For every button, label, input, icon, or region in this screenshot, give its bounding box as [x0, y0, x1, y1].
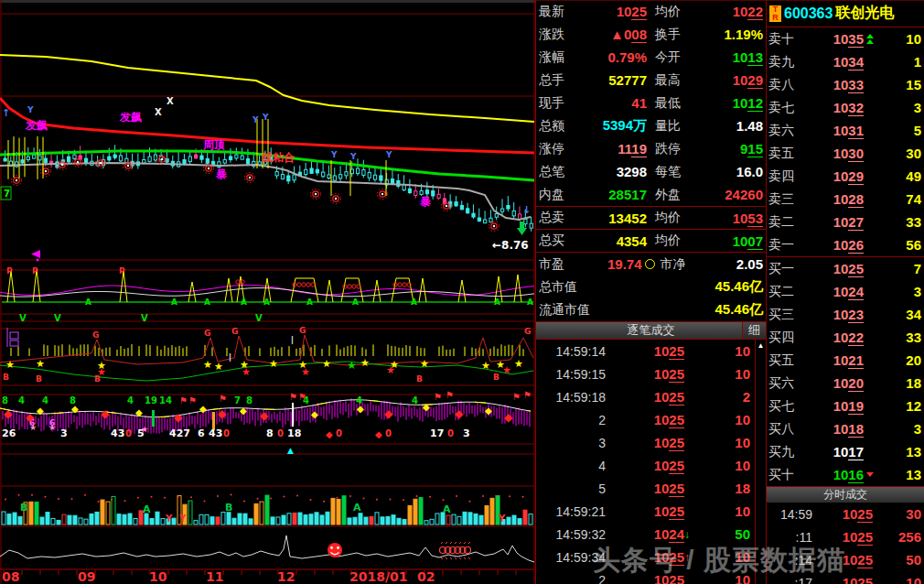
ask-row-3[interactable]: 卖三 1028 74 [767, 188, 924, 211]
trade-time: :14 [768, 553, 812, 568]
bid-row-3[interactable]: 买三 1023 34 [767, 303, 924, 326]
ask-volume: 1 [876, 54, 922, 70]
kline-chart-canvas[interactable]: 发飙发飙XX周顶暴线粘合暴←8.767↑YYYYYY↓PPPAAAAAAAAAA… [0, 0, 535, 584]
field-label: 量比 [655, 118, 697, 135]
svg-text:⚑: ⚑ [289, 392, 297, 402]
ask-row-4[interactable]: 卖四 1029 49 [767, 165, 924, 188]
total-market-cap: 45.46亿 [577, 278, 763, 296]
ask-row-2[interactable]: 卖二 1027 33 [767, 211, 924, 233]
tick-list-scrollbar[interactable]: ▲ [755, 340, 766, 584]
ask-row-1[interactable]: 卖一 1026 56 [767, 233, 924, 256]
svg-text:★: ★ [29, 423, 37, 432]
ask-volume: 33 [876, 214, 922, 230]
svg-text:★: ★ [141, 425, 148, 434]
ask-row-8[interactable]: 卖八 1033 15 [767, 73, 924, 96]
quote-right-column: TR 600363 联创光电 卖十 1035 10 卖九 1034 1 卖八 1… [766, 0, 924, 584]
stock-header: TR 600363 联创光电 [767, 0, 924, 27]
svg-text:Y: Y [178, 514, 187, 524]
ask-price: 1028 [807, 191, 864, 207]
ask-row-10[interactable]: 卖十 1035 10 [767, 27, 924, 50]
bid-row-10[interactable]: 买十 1016 13 [767, 463, 924, 486]
inner-volume: 28517 [581, 187, 647, 202]
high-price: 1029 [697, 72, 763, 88]
svg-text:◆: ◆ [455, 407, 464, 420]
bid-row-8[interactable]: 买八 1018 3 [767, 417, 924, 440]
ask-row-7[interactable]: 卖七 1032 3 [767, 96, 924, 119]
field-label: 涨幅 [539, 49, 581, 66]
svg-text:4: 4 [127, 395, 134, 406]
bid-row-4[interactable]: 买四 1022 33 [767, 326, 924, 349]
field-label: 流通市值 [539, 302, 590, 319]
svg-text:▲: ▲ [287, 446, 294, 455]
svg-text:B: B [20, 502, 27, 514]
bid-row-7[interactable]: 买七 1019 12 [767, 395, 924, 417]
tick-volume: 10 [695, 572, 764, 584]
bid-row-6[interactable]: 买六 1020 18 [767, 372, 924, 395]
tick-price: 1025 [606, 343, 684, 359]
tick-volume: 10 [695, 343, 764, 359]
svg-text:G: G [231, 327, 238, 336]
latest-price: 1025 [581, 4, 647, 19]
tick-row: 14:59:18 1025 2 [536, 385, 766, 408]
tr-margin-icon: TR [769, 5, 781, 22]
svg-text:◆: ◆ [4, 407, 13, 420]
svg-text:◆: ◆ [135, 407, 143, 417]
bid-row-9[interactable]: 买九 1017 13 [767, 440, 924, 463]
bid-row-1[interactable]: 买一 1025 7 [767, 257, 924, 280]
tick-price: 1025 [606, 366, 684, 382]
field-label: 外盘 [655, 187, 697, 203]
quote-row-pct: 涨幅 0.79% 今开 1013 [536, 46, 766, 69]
ask-row-9[interactable]: 卖九 1034 1 [767, 50, 924, 73]
double-up-triangle-icon [864, 34, 876, 44]
limit-down: 915 [697, 141, 763, 157]
quote-panel: 最新 1025 均价 1022 涨跌 ▲008 换手 1.19% 涨幅 0.79… [535, 0, 924, 584]
field-label: 均价 [655, 233, 697, 249]
current-volume: 41 [581, 95, 647, 111]
svg-text:02: 02 [417, 569, 435, 584]
svg-text:◆: ◆ [71, 404, 79, 414]
svg-text:12: 12 [277, 569, 295, 584]
detail-button[interactable]: 细 [742, 322, 766, 339]
quote-row-totalvol: 总手 52777 最高 1029 [536, 69, 766, 92]
total-trades: 3298 [581, 164, 647, 179]
tick-time: 4 [538, 459, 606, 473]
quote-row-total-buy: 总买 4354 均价 1007 [536, 230, 766, 252]
bid-price: 1025 [807, 261, 864, 276]
tick-volume: 50 [695, 526, 764, 542]
svg-text:|: | [291, 336, 294, 344]
ask-volume: 5 [876, 123, 922, 138]
avg-price: 1022 [697, 4, 763, 19]
svg-text:发飙: 发飙 [25, 119, 48, 132]
svg-text:A: A [306, 297, 313, 307]
svg-text:◆: ◆ [326, 429, 333, 439]
svg-text:◆: ◆ [101, 407, 110, 420]
svg-text:8: 8 [266, 427, 274, 439]
svg-text:B: B [3, 373, 9, 382]
svg-text:Y: Y [385, 150, 392, 159]
svg-text:17: 17 [430, 427, 444, 439]
bid-row-5[interactable]: 买五 1021 20 [767, 349, 924, 372]
svg-text:★: ★ [36, 358, 45, 370]
svg-text:427: 427 [169, 427, 190, 439]
quote-row-limits: 涨停 1119 跌停 915 [536, 137, 766, 160]
tick-trades-title: 逐笔成交 [628, 322, 675, 339]
svg-text:P: P [119, 266, 125, 276]
down-arrow-icon: ↓ [684, 528, 695, 541]
ask-row-5[interactable]: 卖五 1030 30 [767, 142, 924, 165]
field-label: 最低 [655, 95, 697, 112]
svg-text:↑: ↑ [2, 107, 10, 119]
bid-volume: 3 [876, 421, 922, 437]
svg-text:0: 0 [223, 428, 230, 438]
scroll-up-icon[interactable]: ▲ [756, 341, 766, 350]
svg-text:0: 0 [336, 428, 342, 438]
svg-text:A: A [204, 297, 210, 307]
tick-time: 14:59:18 [538, 390, 606, 405]
quote-row-trades: 总笔 3298 每笔 16.0 [536, 160, 766, 183]
tick-volume: 10 [695, 412, 764, 427]
ask-row-6[interactable]: 卖六 1031 5 [767, 119, 924, 142]
ask-label: 卖七 [768, 100, 807, 116]
trade-price: 1025 [812, 575, 873, 584]
ask-volume: 49 [876, 168, 922, 184]
tick-time: 14:59:15 [538, 367, 606, 382]
bid-row-2[interactable]: 买二 1024 3 [767, 280, 924, 303]
